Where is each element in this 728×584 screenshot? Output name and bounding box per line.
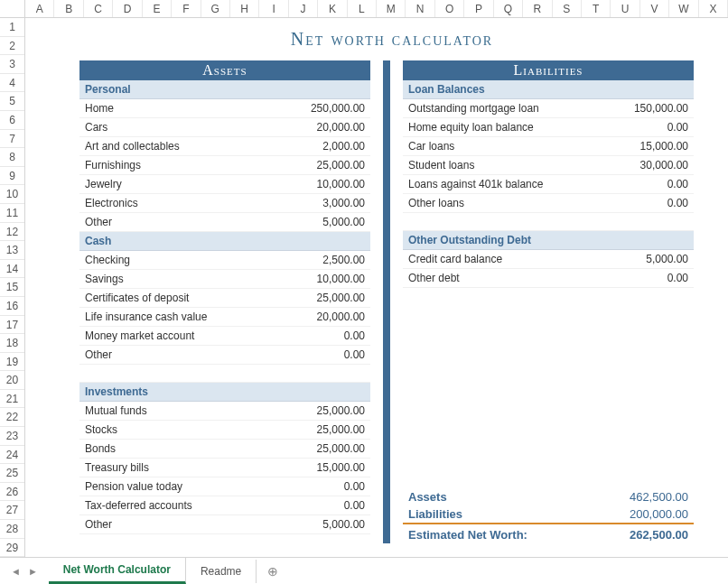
row-header[interactable]: 28 bbox=[0, 520, 24, 539]
row-value: 0.00 bbox=[667, 197, 688, 209]
data-row[interactable]: Stocks25,000.00 bbox=[79, 421, 370, 440]
data-row[interactable]: Art and collectables2,000.00 bbox=[79, 137, 370, 156]
summary-block: Assets 462,500.00 Liabilities 200,000.00… bbox=[403, 488, 694, 543]
row-header[interactable]: 25 bbox=[0, 464, 24, 483]
data-row[interactable]: Checking2,500.00 bbox=[79, 251, 370, 270]
tab-readme[interactable]: Readme bbox=[186, 560, 257, 583]
data-row[interactable]: Furnishings25,000.00 bbox=[79, 156, 370, 175]
data-row[interactable]: Pension value today0.00 bbox=[79, 477, 370, 496]
data-row[interactable]: Money market account0.00 bbox=[79, 327, 370, 346]
data-row[interactable]: Cars20,000.00 bbox=[79, 118, 370, 137]
row-header[interactable]: 20 bbox=[0, 371, 24, 390]
row-header[interactable]: 8 bbox=[0, 148, 24, 167]
column-header[interactable]: S bbox=[553, 0, 582, 17]
row-header[interactable]: 29 bbox=[0, 539, 24, 558]
data-row[interactable]: Other5,000.00 bbox=[79, 515, 370, 534]
row-header[interactable]: 27 bbox=[0, 501, 24, 520]
row-header[interactable]: 21 bbox=[0, 390, 24, 409]
row-header[interactable]: 9 bbox=[0, 167, 24, 186]
column-header[interactable]: L bbox=[348, 0, 377, 17]
data-row[interactable]: Bonds25,000.00 bbox=[79, 440, 370, 459]
column-header[interactable]: F bbox=[172, 0, 201, 17]
column-header[interactable]: Q bbox=[494, 0, 523, 17]
column-header[interactable]: M bbox=[377, 0, 406, 17]
row-label: Student loans bbox=[408, 159, 474, 171]
row-value: 250,000.00 bbox=[311, 102, 365, 115]
data-row[interactable]: Loans against 401k balance0.00 bbox=[403, 175, 694, 194]
column-header[interactable]: T bbox=[582, 0, 611, 17]
data-row[interactable]: Student loans30,000.00 bbox=[403, 156, 694, 175]
row-header[interactable]: 2 bbox=[0, 37, 24, 56]
row-value: 25,000.00 bbox=[317, 292, 365, 304]
row-header[interactable]: 17 bbox=[0, 316, 24, 335]
data-row[interactable]: Car loans15,000.00 bbox=[403, 137, 694, 156]
data-row[interactable]: Other5,000.00 bbox=[79, 213, 370, 232]
row-headers[interactable]: 1234567891011121314151617181920212223242… bbox=[0, 18, 25, 557]
row-header[interactable]: 10 bbox=[0, 185, 24, 204]
data-row[interactable]: Treasury bills15,000.00 bbox=[79, 459, 370, 477]
data-row[interactable]: Jewelry10,000.00 bbox=[79, 175, 370, 194]
row-label: Money market account bbox=[85, 329, 194, 342]
data-row[interactable]: Savings10,000.00 bbox=[79, 270, 370, 289]
column-header[interactable]: G bbox=[201, 0, 230, 17]
column-header[interactable]: I bbox=[259, 0, 288, 17]
data-row[interactable]: Life insurance cash value20,000.00 bbox=[79, 308, 370, 327]
data-row[interactable]: Certificates of deposit25,000.00 bbox=[79, 289, 370, 308]
tab-net-worth[interactable]: Net Worth Calculator bbox=[49, 558, 186, 584]
row-header[interactable]: 24 bbox=[0, 446, 24, 465]
column-header[interactable]: W bbox=[669, 0, 698, 17]
data-row[interactable]: Home250,000.00 bbox=[79, 99, 370, 118]
row-header[interactable]: 12 bbox=[0, 223, 24, 242]
row-header[interactable]: 22 bbox=[0, 408, 24, 427]
data-row[interactable]: Outstanding mortgage loan150,000.00 bbox=[403, 99, 694, 118]
select-all-corner[interactable] bbox=[0, 0, 25, 17]
column-header[interactable]: P bbox=[464, 0, 493, 17]
row-header[interactable]: 1 bbox=[0, 18, 24, 37]
tab-nav-next-icon[interactable]: ► bbox=[28, 566, 38, 577]
spacer bbox=[79, 365, 370, 383]
column-header[interactable]: J bbox=[289, 0, 318, 17]
row-header[interactable]: 11 bbox=[0, 204, 24, 223]
row-header[interactable]: 3 bbox=[0, 55, 24, 74]
column-header[interactable]: B bbox=[54, 0, 83, 17]
add-sheet-icon[interactable]: ⊕ bbox=[257, 564, 289, 579]
row-header[interactable]: 4 bbox=[0, 74, 24, 93]
row-value: 0.00 bbox=[667, 121, 688, 134]
row-header[interactable]: 13 bbox=[0, 241, 24, 260]
column-header[interactable]: V bbox=[640, 0, 669, 17]
column-header[interactable]: X bbox=[699, 0, 728, 17]
row-header[interactable]: 19 bbox=[0, 353, 24, 372]
row-header[interactable]: 26 bbox=[0, 483, 24, 502]
column-header[interactable]: D bbox=[113, 0, 142, 17]
data-row[interactable]: Credit card balance5,000.00 bbox=[403, 250, 694, 269]
column-headers[interactable]: ABCDEFGHIJKLMNOPQRSTUVWX bbox=[0, 0, 728, 18]
worksheet-area[interactable]: Net worth calculator Assets Personal Hom… bbox=[25, 18, 728, 557]
data-row[interactable]: Home equity loan balance0.00 bbox=[403, 118, 694, 137]
row-header[interactable]: 6 bbox=[0, 111, 24, 130]
row-header[interactable]: 5 bbox=[0, 92, 24, 111]
row-header[interactable]: 16 bbox=[0, 297, 24, 316]
row-label: Car loans bbox=[408, 140, 454, 153]
column-header[interactable]: C bbox=[84, 0, 113, 17]
data-row[interactable]: Other loans0.00 bbox=[403, 194, 694, 213]
column-header[interactable]: K bbox=[318, 0, 347, 17]
data-row[interactable]: Other debt0.00 bbox=[403, 269, 694, 288]
row-header[interactable]: 18 bbox=[0, 334, 24, 353]
row-header[interactable]: 23 bbox=[0, 427, 24, 446]
column-header[interactable]: U bbox=[611, 0, 639, 17]
data-row[interactable]: Electronics3,000.00 bbox=[79, 194, 370, 213]
data-row[interactable]: Other0.00 bbox=[79, 346, 370, 365]
column-header[interactable]: H bbox=[230, 0, 259, 17]
data-row[interactable]: Tax-deferred accounts0.00 bbox=[79, 496, 370, 515]
row-header[interactable]: 14 bbox=[0, 260, 24, 279]
row-header[interactable]: 15 bbox=[0, 278, 24, 297]
column-header[interactable]: A bbox=[25, 0, 54, 17]
column-header[interactable]: E bbox=[143, 0, 172, 17]
row-label: Credit card balance bbox=[408, 253, 502, 265]
column-header[interactable]: N bbox=[406, 0, 434, 17]
column-header[interactable]: R bbox=[523, 0, 552, 17]
data-row[interactable]: Mutual funds25,000.00 bbox=[79, 402, 370, 421]
row-header[interactable]: 7 bbox=[0, 130, 24, 149]
tab-nav-prev-icon[interactable]: ◄ bbox=[11, 566, 21, 577]
column-header[interactable]: O bbox=[435, 0, 464, 17]
